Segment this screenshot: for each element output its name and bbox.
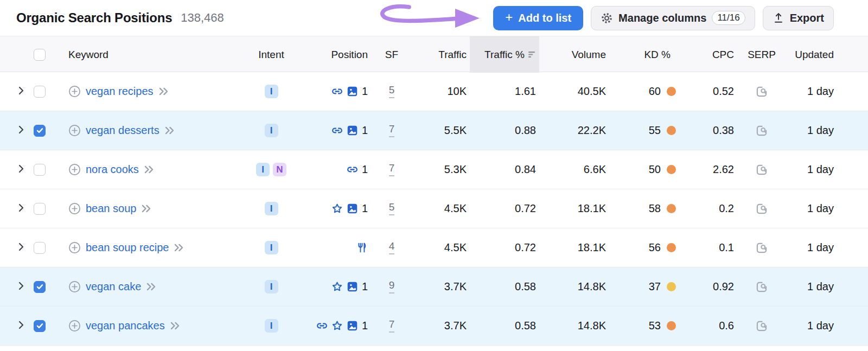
gear-icon bbox=[601, 12, 613, 24]
col-header-position[interactable]: Position bbox=[296, 49, 370, 61]
kd-value: 56 bbox=[649, 241, 661, 254]
keyword-link[interactable]: bean soup recipe bbox=[86, 241, 169, 254]
serp-features-count[interactable]: 7 bbox=[389, 163, 395, 176]
serp-features-count[interactable]: 7 bbox=[389, 124, 395, 137]
row-checkbox[interactable] bbox=[34, 86, 46, 98]
add-to-list-icon[interactable] bbox=[68, 163, 81, 176]
table-row: vegan desserts I 1 7 5.5K 0.88 22.2K 55 … bbox=[0, 111, 868, 150]
add-to-list-icon[interactable] bbox=[68, 320, 81, 332]
add-to-list-icon[interactable] bbox=[68, 124, 81, 137]
link-icon bbox=[316, 320, 328, 331]
row-checkbox[interactable] bbox=[34, 203, 46, 215]
serp-preview-icon[interactable] bbox=[755, 202, 769, 216]
col-header-updated[interactable]: Updated bbox=[786, 49, 837, 61]
serp-preview-icon[interactable] bbox=[755, 280, 769, 294]
col-header-sf[interactable]: SF bbox=[370, 49, 413, 61]
double-chevron-icon[interactable] bbox=[146, 283, 156, 291]
volume-value: 14.8K bbox=[539, 280, 609, 293]
cpc-value: 0.1 bbox=[679, 241, 737, 254]
columns-count-badge: 11/16 bbox=[712, 11, 745, 25]
position-cell: 1 bbox=[296, 85, 370, 98]
position-cell: 1 bbox=[296, 124, 370, 137]
col-header-intent[interactable]: Intent bbox=[247, 49, 296, 61]
col-header-volume[interactable]: Volume bbox=[539, 49, 609, 61]
add-to-list-icon[interactable] bbox=[68, 202, 81, 215]
serp-features-count[interactable]: 4 bbox=[389, 241, 395, 254]
serp-preview-icon[interactable] bbox=[755, 124, 769, 138]
position-cell: 1 bbox=[296, 202, 370, 215]
star-icon bbox=[331, 281, 343, 292]
add-to-list-icon[interactable] bbox=[68, 241, 81, 254]
kd-value: 50 bbox=[649, 163, 661, 176]
intent-badge-i: I bbox=[265, 319, 278, 333]
double-chevron-icon[interactable] bbox=[144, 165, 154, 174]
double-chevron-icon[interactable] bbox=[164, 126, 175, 135]
position-cell: 1 bbox=[296, 163, 370, 176]
row-checkbox[interactable] bbox=[34, 281, 46, 293]
intent-badges: IN bbox=[247, 163, 296, 176]
serp-preview-icon[interactable] bbox=[755, 319, 769, 333]
add-to-list-button[interactable]: + Add to list bbox=[493, 6, 583, 30]
kd-indicator-dot bbox=[667, 126, 676, 135]
col-header-cpc[interactable]: CPC bbox=[679, 49, 737, 61]
keyword-link[interactable]: nora cooks bbox=[86, 163, 139, 176]
expand-chevron-icon[interactable] bbox=[18, 241, 24, 254]
add-to-list-icon[interactable] bbox=[68, 85, 81, 98]
expand-chevron-icon[interactable] bbox=[18, 202, 24, 215]
row-checkbox[interactable] bbox=[34, 320, 46, 332]
double-chevron-icon[interactable] bbox=[141, 205, 151, 213]
select-all-checkbox[interactable] bbox=[34, 49, 46, 61]
expand-chevron-icon[interactable] bbox=[18, 280, 24, 293]
serp-features-count[interactable]: 9 bbox=[389, 280, 395, 293]
keyword-link[interactable]: vegan cake bbox=[86, 280, 141, 293]
image-icon bbox=[347, 125, 358, 136]
table-row: nora cooks IN 1 7 5.3K 0.84 6.6K 50 2.62 bbox=[0, 150, 868, 189]
intent-badge-i: I bbox=[265, 124, 278, 137]
double-chevron-icon[interactable] bbox=[174, 244, 184, 252]
intent-badges: I bbox=[247, 241, 296, 254]
col-header-traffic[interactable]: Traffic bbox=[413, 49, 470, 61]
expand-chevron-icon[interactable] bbox=[18, 163, 24, 176]
add-to-list-icon[interactable] bbox=[68, 280, 81, 293]
col-header-kd[interactable]: KD % bbox=[609, 49, 679, 61]
position-cell: 1 bbox=[296, 320, 370, 332]
kd-indicator-dot bbox=[667, 204, 676, 213]
cpc-value: 0.6 bbox=[679, 320, 737, 332]
expand-chevron-icon[interactable] bbox=[18, 85, 24, 98]
table-row: vegan recipes I 1 5 10K 1.61 40.5K 60 0.… bbox=[0, 72, 868, 111]
keyword-link[interactable]: vegan pancakes bbox=[86, 320, 165, 332]
serp-preview-icon[interactable] bbox=[755, 241, 769, 255]
col-header-serp[interactable]: SERP bbox=[737, 49, 786, 61]
cpc-value: 0.52 bbox=[679, 85, 737, 98]
expand-chevron-icon[interactable] bbox=[18, 124, 24, 137]
intent-badge-i: I bbox=[265, 241, 278, 254]
sort-descending-icon bbox=[528, 49, 536, 61]
export-button[interactable]: Export bbox=[763, 6, 834, 30]
updated-value: 1 day bbox=[786, 85, 837, 98]
keyword-link[interactable]: bean soup bbox=[86, 202, 136, 215]
row-checkbox[interactable] bbox=[34, 125, 46, 137]
double-chevron-icon[interactable] bbox=[170, 322, 180, 330]
col-header-keyword[interactable]: Keyword bbox=[56, 49, 247, 61]
serp-features-count[interactable]: 5 bbox=[389, 85, 395, 98]
keyword-link[interactable]: vegan recipes bbox=[86, 85, 154, 98]
intent-badges: I bbox=[247, 280, 296, 293]
intent-badge-i: I bbox=[256, 163, 270, 176]
serp-features-count[interactable]: 7 bbox=[389, 319, 395, 333]
serp-preview-icon[interactable] bbox=[755, 163, 769, 177]
serp-features-count[interactable]: 5 bbox=[389, 202, 395, 215]
updated-value: 1 day bbox=[786, 241, 837, 254]
double-chevron-icon[interactable] bbox=[158, 87, 169, 95]
traffic-pct-value: 0.72 bbox=[470, 202, 539, 215]
intent-badges: I bbox=[247, 202, 296, 215]
row-checkbox[interactable] bbox=[34, 242, 46, 254]
table-row: bean soup I 1 5 4.5K 0.72 18.1K 58 0.2 1 bbox=[0, 189, 868, 228]
keyword-link[interactable]: vegan desserts bbox=[86, 124, 159, 137]
updated-value: 1 day bbox=[786, 124, 837, 137]
col-header-traffic-pct[interactable]: Traffic % bbox=[470, 36, 539, 73]
manage-columns-button[interactable]: Manage columns 11/16 bbox=[591, 6, 755, 30]
serp-preview-icon[interactable] bbox=[755, 85, 769, 99]
row-checkbox[interactable] bbox=[34, 164, 46, 176]
expand-chevron-icon[interactable] bbox=[18, 320, 24, 332]
intent-badge-i: I bbox=[265, 202, 278, 215]
